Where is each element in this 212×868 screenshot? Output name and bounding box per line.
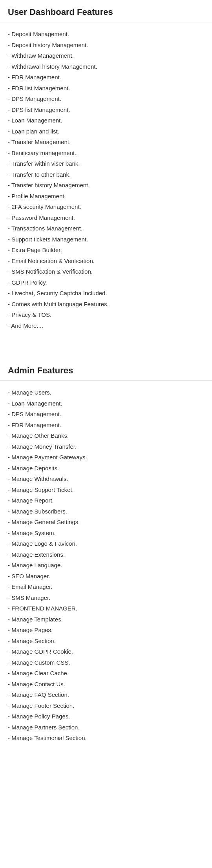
list-item: - SMS Notification & Verification.: [8, 266, 204, 277]
list-item: - Manage Pages.: [8, 625, 204, 636]
list-item: - Manage Other Banks.: [8, 430, 204, 441]
list-item: - Manage Money Transfer.: [8, 441, 204, 452]
section-gap: [0, 343, 212, 358]
list-item: - DPS Management.: [8, 93, 204, 104]
list-item: - Email Notification & Verification.: [8, 256, 204, 267]
list-item: - Manage System.: [8, 528, 204, 539]
list-item: - FDR Management.: [8, 420, 204, 431]
list-item: - Privacy & TOS.: [8, 309, 204, 320]
list-item: - Profile Management.: [8, 191, 204, 202]
list-item: - GDPR Policy.: [8, 277, 204, 288]
list-item: - Manage Templates.: [8, 614, 204, 625]
section-header-admin-features: Admin Features: [0, 358, 212, 381]
list-item: - Support tickets Management.: [8, 234, 204, 245]
list-item: - FDR list Management.: [8, 83, 204, 94]
list-item: - Manage Contact Us.: [8, 679, 204, 690]
list-item: - Manage Footer Section.: [8, 700, 204, 711]
list-item: - Manage Withdrawals.: [8, 473, 204, 484]
list-item: - DPS Management.: [8, 409, 204, 420]
list-item: - Manage Section.: [8, 636, 204, 647]
list-item: - Manage Policy Pages.: [8, 711, 204, 722]
list-item: - SEO Manager.: [8, 571, 204, 582]
list-item: - Manage Subscribers.: [8, 506, 204, 517]
list-item: - Withdraw Management.: [8, 50, 204, 61]
features-list-admin-features: - Manage Users.- Loan Management.- DPS M…: [0, 381, 212, 755]
list-item: - Transfer to other bank.: [8, 169, 204, 180]
section-title-admin-features: Admin Features: [8, 365, 204, 376]
list-item: - Transfer history Management.: [8, 180, 204, 191]
list-item: - Manage Custom CSS.: [8, 657, 204, 668]
list-item: - Loan Management.: [8, 115, 204, 126]
list-item: - Manage FAQ Section.: [8, 689, 204, 700]
page-container: User Dashboard Features- Deposit Managem…: [0, 0, 212, 755]
list-item: - Manage Payment Gateways.: [8, 452, 204, 463]
list-item: - FDR Management.: [8, 72, 204, 83]
section-title-user-dashboard: User Dashboard Features: [8, 7, 204, 17]
list-item: - Email Manager.: [8, 581, 204, 592]
list-item: - Extra Page Builder.: [8, 245, 204, 256]
list-item: - DPS list Management.: [8, 104, 204, 115]
list-item: - SMS Manager.: [8, 592, 204, 603]
list-item: - Manage Support Ticket.: [8, 484, 204, 495]
list-item: - Manage Language.: [8, 560, 204, 571]
list-item: - 2FA security Management.: [8, 201, 204, 212]
list-item: - Deposit history Management.: [8, 40, 204, 51]
list-item: - And More....: [8, 320, 204, 331]
list-item: - Manage Clear Cache.: [8, 668, 204, 679]
list-item: - Comes with Multi language Features.: [8, 299, 204, 310]
list-item: - Loan Management.: [8, 398, 204, 409]
list-item: - Withdrawal history Management.: [8, 61, 204, 72]
list-item: - Password Management.: [8, 212, 204, 223]
list-item: - Manage Report.: [8, 495, 204, 506]
list-item: - Loan plan and list.: [8, 126, 204, 137]
list-item: - Transfer Management.: [8, 137, 204, 148]
list-item: - Deposit Management.: [8, 29, 204, 40]
list-item: - Manage Extensions.: [8, 549, 204, 560]
list-item: - Manage Users.: [8, 387, 204, 398]
list-item: - Benificiary management.: [8, 148, 204, 159]
list-item: - Manage Testimonial Section.: [8, 733, 204, 744]
list-item: - Livechat, Security Captcha Included.: [8, 288, 204, 299]
list-item: - FRONTEND MANAGER.: [8, 603, 204, 614]
list-item: - Manage GDPR Cookie.: [8, 646, 204, 657]
features-list-user-dashboard: - Deposit Management.- Deposit history M…: [0, 22, 212, 343]
list-item: - Manage Logo & Favicon.: [8, 538, 204, 549]
list-item: - Transactions Management.: [8, 223, 204, 234]
list-item: - Manage Deposits.: [8, 463, 204, 474]
list-item: - Manage Partners Section.: [8, 722, 204, 733]
list-item: - Manage General Settings.: [8, 517, 204, 528]
list-item: - Transfer within viser bank.: [8, 158, 204, 169]
section-header-user-dashboard: User Dashboard Features: [0, 0, 212, 22]
